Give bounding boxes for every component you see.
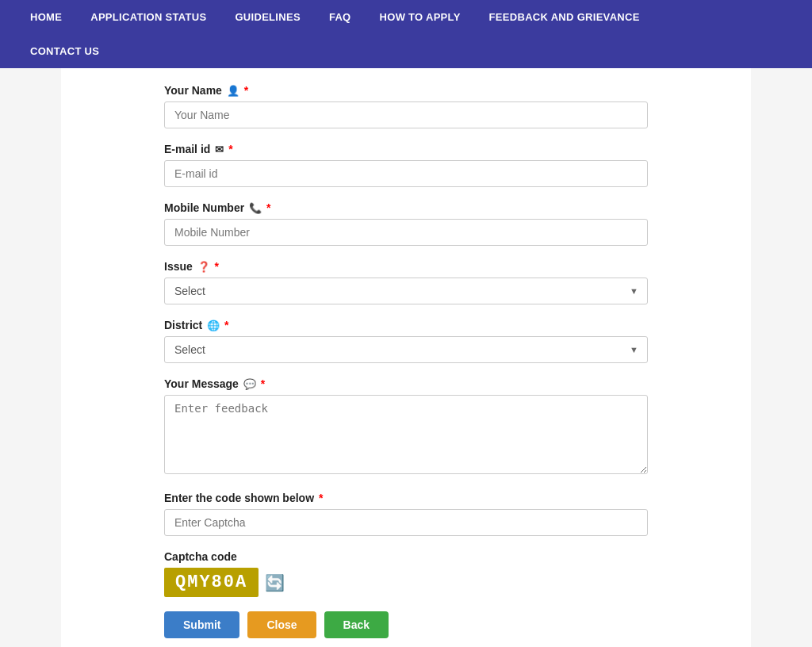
close-button[interactable]: Close bbox=[247, 611, 316, 638]
message-group: Your Message 💬 * bbox=[164, 377, 648, 477]
nav-application-status[interactable]: APPLICATION STATUS bbox=[76, 0, 220, 34]
name-label: Your Name 👤 * bbox=[164, 84, 648, 97]
nav-contact-us[interactable]: CONTACT US bbox=[16, 34, 113, 68]
email-group: E-mail id ✉ * bbox=[164, 143, 648, 187]
email-label: E-mail id ✉ * bbox=[164, 143, 648, 155]
mobile-group: Mobile Number 📞 * bbox=[164, 201, 648, 246]
captcha-display-group: Captcha code QMY80A 🔄 bbox=[164, 550, 648, 597]
email-icon: ✉ bbox=[215, 144, 224, 155]
contact-form-container: Your Name 👤 * E-mail id ✉ * Mobile Numbe… bbox=[61, 68, 751, 647]
captcha-input-group: Enter the code shown below * bbox=[164, 492, 648, 536]
name-input[interactable] bbox=[164, 101, 648, 128]
nav-row-2: CONTACT US bbox=[16, 34, 796, 68]
issue-group: Issue ❓ * Select bbox=[164, 260, 648, 304]
nav-feedback[interactable]: FEEDBACK AND GRIEVANCE bbox=[475, 0, 654, 34]
message-textarea[interactable] bbox=[164, 395, 648, 474]
district-group: District 🌐 * Select bbox=[164, 319, 648, 363]
nav-home[interactable]: HOME bbox=[16, 0, 76, 34]
nav-row-1: HOME APPLICATION STATUS GUIDELINES FAQ H… bbox=[16, 0, 796, 34]
message-required: * bbox=[261, 377, 265, 390]
issue-required: * bbox=[215, 260, 219, 273]
mobile-required: * bbox=[266, 201, 270, 214]
name-required: * bbox=[244, 84, 248, 97]
district-select[interactable]: Select bbox=[164, 336, 648, 363]
nav-how-to-apply[interactable]: HOW TO APPLY bbox=[366, 0, 475, 34]
captcha-input-label: Enter the code shown below * bbox=[164, 492, 648, 504]
submit-button[interactable]: Submit bbox=[164, 611, 239, 638]
issue-select[interactable]: Select bbox=[164, 278, 648, 304]
question-icon: ❓ bbox=[197, 261, 210, 273]
email-required: * bbox=[228, 143, 232, 155]
issue-select-wrapper: Select bbox=[164, 278, 648, 304]
district-select-wrapper: Select bbox=[164, 336, 648, 363]
issue-label: Issue ❓ * bbox=[164, 260, 648, 273]
email-input[interactable] bbox=[164, 160, 648, 187]
captcha-row: QMY80A 🔄 bbox=[164, 568, 648, 597]
message-label: Your Message 💬 * bbox=[164, 377, 648, 390]
captcha-input[interactable] bbox=[164, 509, 648, 536]
chat-icon: 💬 bbox=[243, 378, 256, 390]
back-button[interactable]: Back bbox=[324, 611, 389, 638]
district-required: * bbox=[224, 319, 228, 331]
captcha-code: QMY80A bbox=[164, 568, 259, 597]
captcha-label: Captcha code bbox=[164, 550, 648, 563]
mobile-input[interactable] bbox=[164, 219, 648, 246]
captcha-required: * bbox=[319, 492, 323, 504]
phone-icon: 📞 bbox=[249, 202, 262, 214]
button-row: Submit Close Back bbox=[164, 611, 648, 638]
mobile-label: Mobile Number 📞 * bbox=[164, 201, 648, 214]
person-icon: 👤 bbox=[227, 85, 239, 97]
district-label: District 🌐 * bbox=[164, 319, 648, 331]
captcha-refresh-icon[interactable]: 🔄 bbox=[265, 573, 285, 592]
name-group: Your Name 👤 * bbox=[164, 84, 648, 128]
nav-faq[interactable]: FAQ bbox=[315, 0, 366, 34]
nav-guidelines[interactable]: GUIDELINES bbox=[220, 0, 314, 34]
globe-icon: 🌐 bbox=[207, 320, 220, 331]
